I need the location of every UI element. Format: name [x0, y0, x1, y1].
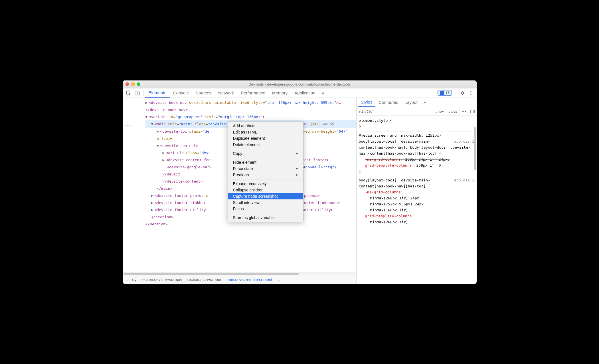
panel-tabs: Elements Console Sources Network Perform… [145, 88, 319, 98]
context-menu-item[interactable]: Expand recursively [228, 181, 303, 187]
svg-point-3 [470, 91, 471, 92]
device-toggle-icon[interactable] [133, 88, 141, 98]
context-menu-item[interactable]: Scroll into view [228, 199, 303, 206]
toolbar-separator [143, 90, 143, 96]
sidebar-tabs: Styles Computed Layout » [357, 98, 477, 107]
tab-elements[interactable]: Elements [145, 88, 170, 98]
context-menu-separator [228, 213, 303, 213]
hov-button[interactable]: :hov [433, 107, 446, 116]
context-menu: Add attributeEdit as HTMLDuplicate eleme… [228, 121, 303, 222]
context-menu-item[interactable]: Focus [228, 206, 303, 212]
context-menu-item[interactable]: Delete element [228, 141, 303, 148]
toggle-panel-icon[interactable] [468, 107, 477, 116]
svg-rect-2 [137, 92, 139, 95]
context-menu-separator [228, 158, 303, 158]
context-menu-separator [228, 149, 303, 149]
context-menu-item[interactable]: Hide element [228, 159, 303, 165]
tab-console[interactable]: Console [170, 88, 192, 98]
cls-button[interactable]: .cls [446, 107, 459, 116]
breadcrumb-item[interactable]: dy [132, 277, 137, 282]
new-style-rule-button[interactable]: +◢ [459, 107, 468, 116]
computed-tab[interactable]: Computed [375, 98, 401, 107]
console-messages-badge[interactable]: 17 [438, 90, 452, 96]
context-menu-item[interactable]: Capture node screenshot [228, 193, 303, 199]
context-menu-item[interactable]: Add attribute [228, 123, 303, 129]
context-menu-item[interactable]: Collapse children [228, 187, 303, 193]
toolbar-right: 17 [438, 88, 475, 98]
breadcrumb-item[interactable]: section.devsite-wrapper [140, 277, 183, 282]
inspect-element-icon[interactable] [124, 88, 133, 98]
style-rule: app.css:1 body[layout=docs] .devsite-mai… [357, 176, 477, 227]
style-rule: element.style { } [357, 117, 477, 132]
source-link[interactable]: app.css:1 [454, 177, 474, 183]
context-menu-item[interactable]: Break on▶ [228, 172, 303, 178]
styles-filter-row: :hov .cls +◢ [357, 107, 477, 116]
tab-application[interactable]: Application [291, 88, 319, 98]
layout-tab[interactable]: Layout [402, 98, 421, 107]
context-menu-item[interactable]: Duplicate element [228, 135, 303, 141]
window-title: DevTools - developers.google.com/web/too… [123, 82, 477, 86]
styles-tab[interactable]: Styles [358, 98, 376, 107]
tab-memory[interactable]: Memory [269, 88, 291, 98]
context-menu-item[interactable]: Force state▶ [228, 165, 303, 172]
style-rule: @media screen and (max-width: 1252px) ap… [357, 132, 477, 176]
breadcrumb-item[interactable]: section#gc-wrapper [187, 277, 221, 282]
styles-scrollbar[interactable] [474, 127, 476, 236]
more-options-icon[interactable] [468, 90, 474, 96]
styles-content[interactable]: element.style { } @media screen and (max… [357, 116, 477, 284]
context-menu-separator [228, 179, 303, 179]
context-menu-item[interactable]: Copy▶ [228, 150, 303, 157]
devtools-window: DevTools - developers.google.com/web/too… [123, 80, 477, 284]
main-toolbar: Elements Console Sources Network Perform… [123, 88, 477, 98]
settings-icon[interactable] [459, 90, 466, 96]
tab-performance[interactable]: Performance [237, 88, 269, 98]
svg-point-5 [470, 94, 471, 95]
tab-sources[interactable]: Sources [192, 88, 215, 98]
titlebar: DevTools - developers.google.com/web/too… [123, 80, 477, 88]
breadcrumb-item-active[interactable]: main.devsite-main-content [225, 277, 272, 282]
more-tabs-button[interactable]: » [319, 88, 327, 98]
tab-network[interactable]: Network [215, 88, 237, 98]
dom-horizontal-scrollbar[interactable] [123, 272, 356, 275]
breadcrumb-overflow-left[interactable]: … [124, 277, 128, 282]
sidebar-more-tabs[interactable]: » [421, 98, 429, 107]
source-link[interactable]: app.css:1 [454, 138, 474, 144]
message-icon [440, 91, 444, 95]
context-menu-item[interactable]: Edit as HTML [228, 129, 303, 135]
breadcrumb-overflow-right[interactable]: … [276, 277, 280, 282]
styles-sidebar: Styles Computed Layout » :hov .cls +◢ el… [357, 98, 477, 284]
styles-filter-input[interactable] [357, 109, 405, 114]
message-count: 17 [445, 91, 449, 95]
context-menu-item[interactable]: Store as global variable [228, 215, 303, 221]
breadcrumb-bar: … dy section.devsite-wrapper section#gc-… [123, 275, 356, 284]
svg-point-4 [470, 92, 471, 94]
